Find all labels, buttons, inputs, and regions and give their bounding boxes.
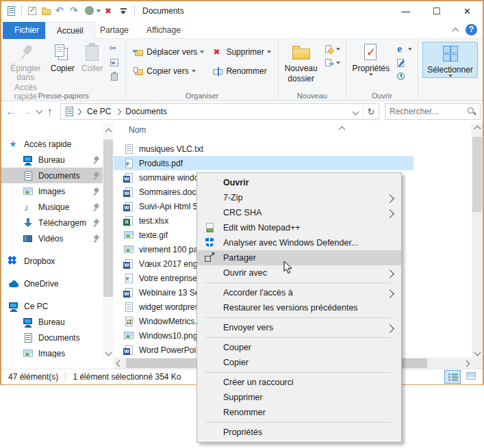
desktop: Documents — ☐ ✕ Fichier Accueil Partage … xyxy=(0,0,484,448)
context-menu-item[interactable] xyxy=(197,420,401,425)
copy-path-button[interactable] xyxy=(107,57,121,69)
open-button[interactable] xyxy=(394,43,413,55)
up-button[interactable]: ↑ xyxy=(47,103,53,120)
rename-button[interactable]: Renommer xyxy=(209,64,273,79)
address-dropdown-button[interactable] xyxy=(348,104,363,119)
context-menu-item[interactable]: Ouvrir xyxy=(197,175,401,190)
pin-icon xyxy=(92,234,100,243)
sidebar-scrollbar[interactable] xyxy=(103,123,114,358)
properties-button[interactable]: Propriétés xyxy=(349,40,394,78)
help-button[interactable]: ? xyxy=(466,24,477,36)
paste-shortcut-button[interactable] xyxy=(107,70,121,83)
scrollbar-thumb[interactable] xyxy=(103,140,113,297)
context-menu-item[interactable] xyxy=(197,370,401,375)
context-menu-item[interactable] xyxy=(197,335,401,340)
delete-icon[interactable] xyxy=(104,5,115,16)
details-view-button[interactable] xyxy=(444,370,461,384)
scroll-left-button[interactable] xyxy=(114,358,125,369)
sidebar-item[interactable]: Bureau xyxy=(1,152,103,168)
history-button[interactable] xyxy=(394,70,413,83)
tab-affichage[interactable]: Affichage xyxy=(136,22,192,39)
context-menu-item[interactable]: Copier xyxy=(197,355,401,370)
context-menu-item[interactable]: Accorder l'accès à xyxy=(197,285,401,300)
sidebar-item[interactable]: Images xyxy=(1,345,103,358)
minimize-button[interactable]: — xyxy=(390,1,421,21)
close-button[interactable]: ✕ xyxy=(452,1,483,21)
context-menu-item[interactable] xyxy=(197,315,401,320)
sidebar-item[interactable]: Images xyxy=(1,183,103,199)
file-row[interactable]: musiques VLC.txt xyxy=(114,142,413,156)
context-menu-item[interactable]: Couper xyxy=(197,340,401,355)
sidebar-item[interactable]: Documents xyxy=(1,168,103,183)
search-input[interactable] xyxy=(385,107,466,116)
context-menu-item[interactable]: 7-Zip xyxy=(197,190,401,205)
scrollbar-thumb[interactable] xyxy=(472,137,482,212)
select-button[interactable]: Sélectionner xyxy=(422,42,478,78)
sidebar-item[interactable]: Ce PC xyxy=(1,298,103,314)
scroll-down-button[interactable] xyxy=(472,347,483,358)
reg-file-icon xyxy=(123,316,134,327)
breadcrumb-chevron-icon[interactable] xyxy=(75,108,82,115)
context-menu-item[interactable]: CRC SHA xyxy=(197,205,401,220)
move-to-button[interactable]: Déplacer vers xyxy=(130,44,207,60)
back-button[interactable]: ← xyxy=(5,103,16,120)
sidebar-item[interactable]: Vidéos xyxy=(1,230,103,246)
edit-button[interactable] xyxy=(394,57,413,69)
tab-fichier[interactable]: Fichier xyxy=(3,22,51,39)
manage-button[interactable] xyxy=(84,5,101,16)
sidebar-item[interactable]: Documents xyxy=(1,330,103,345)
scroll-up-button[interactable] xyxy=(103,126,114,137)
tab-accueil[interactable]: Accueil xyxy=(45,22,95,40)
context-menu-item[interactable]: Restaurer les versions précédentes xyxy=(197,300,401,315)
list-scrollbar[interactable] xyxy=(472,123,483,358)
customize-qat-icon[interactable] xyxy=(118,5,129,16)
context-menu-item[interactable]: Créer un raccourci xyxy=(197,375,401,390)
context-menu-item[interactable]: Envoyer vers xyxy=(197,320,401,335)
context-menu-item[interactable]: Renommer xyxy=(197,405,401,420)
new-folder-icon[interactable] xyxy=(41,5,52,16)
sidebar-item[interactable]: Accès rapide xyxy=(1,136,103,152)
collapse-ribbon-button[interactable] xyxy=(450,26,461,36)
context-menu-item[interactable]: Edit with Notepad++ xyxy=(197,220,401,235)
recent-locations-button[interactable] xyxy=(36,107,43,114)
easy-access-button[interactable] xyxy=(322,57,342,69)
properties-checkbox-icon[interactable] xyxy=(27,5,38,16)
undo-icon[interactable] xyxy=(55,5,66,16)
scroll-down-button[interactable] xyxy=(103,347,114,358)
context-menu-item[interactable] xyxy=(197,280,401,285)
refresh-button[interactable]: ↻ xyxy=(363,104,379,119)
breadcrumb-ce-pc[interactable]: Ce PC xyxy=(82,104,116,119)
sidebar-item[interactable]: Téléchargem xyxy=(1,215,103,230)
file-row[interactable]: michel martin - programmation web - ... xyxy=(114,137,413,142)
context-menu-item[interactable]: Supprimer xyxy=(197,390,401,405)
sidebar-item[interactable]: Bureau xyxy=(1,314,103,330)
context-menu-item[interactable]: Partager xyxy=(197,250,401,265)
cut-button[interactable] xyxy=(107,43,121,55)
forward-button[interactable]: → xyxy=(21,103,31,120)
sidebar-item[interactable]: Dropbox xyxy=(1,253,103,269)
address-bar[interactable]: Ce PC Documents ↻ xyxy=(60,103,379,120)
new-item-button[interactable] xyxy=(322,43,342,55)
tab-partage[interactable]: Partage xyxy=(89,22,140,39)
file-row[interactable]: Produits.pdf xyxy=(114,156,413,170)
scroll-up-button[interactable] xyxy=(472,123,483,134)
paste-button[interactable]: Coller xyxy=(78,40,106,75)
search-icon[interactable] xyxy=(466,106,477,117)
breadcrumb-documents[interactable]: Documents xyxy=(120,104,172,119)
delete-button[interactable]: Supprimer xyxy=(209,44,273,60)
context-menu-item[interactable]: Analyser avec Windows Defender... xyxy=(197,235,401,250)
copy-to-button[interactable]: Copier vers xyxy=(130,64,207,79)
maximize-button[interactable]: ☐ xyxy=(421,1,452,21)
redo-icon[interactable] xyxy=(70,5,81,16)
thumbnails-view-button[interactable] xyxy=(463,370,479,382)
context-menu-item[interactable]: Propriétés xyxy=(197,425,401,440)
context-menu-item[interactable]: Ouvrir avec xyxy=(197,265,401,280)
sidebar-item[interactable]: Musique xyxy=(1,199,103,215)
scroll-right-button[interactable] xyxy=(461,358,472,369)
excel-file-icon xyxy=(123,215,134,226)
column-header-nom[interactable]: Nom xyxy=(114,123,472,137)
copy-button[interactable]: Copier xyxy=(47,40,78,75)
copy-to-icon xyxy=(133,66,144,77)
sidebar-item[interactable]: OneDrive xyxy=(1,276,103,291)
new-folder-button[interactable]: Nouveau dossier xyxy=(281,40,321,85)
